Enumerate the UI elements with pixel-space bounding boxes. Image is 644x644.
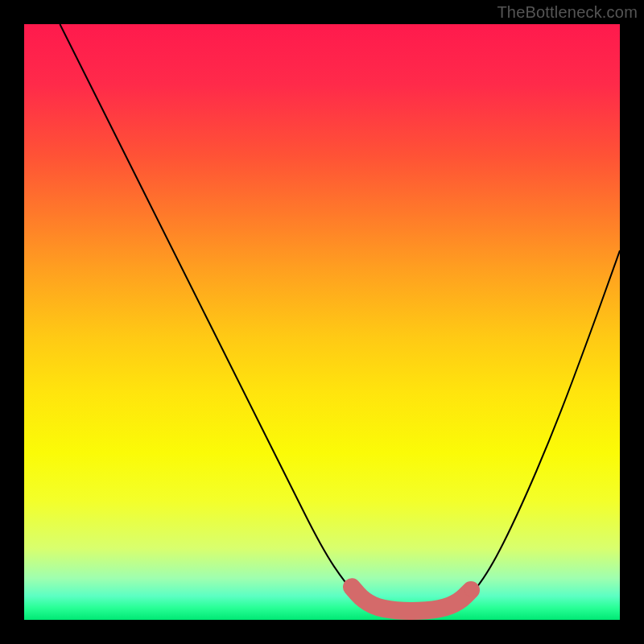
left-curve	[60, 24, 363, 602]
right-curve	[465, 250, 620, 602]
chart-frame: TheBottleneck.com	[0, 0, 644, 644]
bottom-band	[352, 587, 471, 611]
curve-overlay	[24, 24, 620, 620]
watermark-text: TheBottleneck.com	[497, 3, 638, 22]
bottom-dot	[464, 584, 477, 597]
plot-area	[24, 24, 620, 620]
